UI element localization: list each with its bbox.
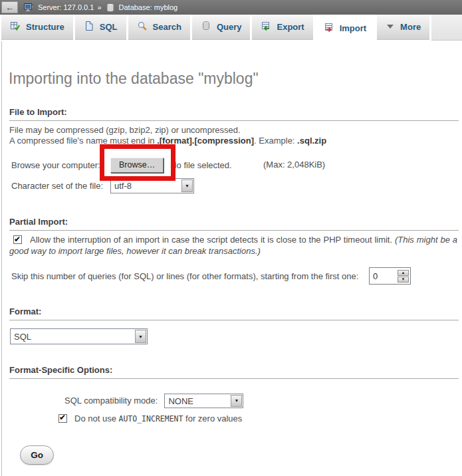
format-selected-value: SQL — [14, 332, 31, 342]
sql-compatibility-row: SQL compatibility mode: NONE — [64, 393, 243, 408]
breadcrumb-server-link[interactable]: Server: 127.0.0.1 — [38, 3, 94, 11]
tab-sql[interactable]: SQL — [75, 15, 126, 40]
example-extension: .sql.zip — [297, 136, 326, 146]
chevron-down-icon — [386, 22, 395, 32]
back-arrow-icon[interactable] — [1, 1, 18, 13]
go-button[interactable]: Go — [20, 445, 54, 465]
monitor-icon — [24, 3, 33, 12]
database-cylinder-icon — [106, 3, 114, 12]
section-heading-partial-import: Partial Import: — [9, 217, 459, 231]
section-heading-format: Format: — [9, 306, 459, 320]
compression-note: File may be compressed (gzip, bzip2, zip… — [9, 125, 326, 146]
skip-queries-stepper[interactable]: 0 — [369, 267, 411, 285]
tab-bar-filler — [431, 15, 462, 41]
tab-query[interactable]: Query — [192, 15, 251, 40]
stepper-buttons — [398, 270, 409, 283]
chevron-down-icon[interactable] — [135, 330, 146, 343]
page-title: Importing into the database "myblog" — [9, 70, 259, 88]
format-compression-pattern: .[format].[compression] — [157, 136, 254, 146]
tab-bar: Structure SQL Search Query Export Import — [0, 15, 462, 41]
tab-export[interactable]: Export — [252, 15, 312, 40]
search-icon — [137, 21, 148, 33]
triangle-up-icon[interactable] — [398, 270, 409, 276]
browse-label: Browse your computer: — [11, 160, 110, 170]
no-file-selected-text: No file selected. — [170, 160, 232, 170]
skip-queries-value[interactable]: 0 — [371, 271, 398, 281]
triangle-down-icon[interactable] — [398, 277, 409, 283]
sql-page-icon — [84, 21, 94, 33]
tab-search[interactable]: Search — [128, 15, 190, 40]
content-left-edge — [1, 41, 2, 476]
browse-row: Browse your computer: Browse… No file se… — [11, 157, 232, 173]
export-icon — [261, 21, 271, 33]
tab-label: Structure — [26, 22, 64, 32]
skip-queries-label: Skip this number of queries (for SQL) or… — [11, 271, 358, 281]
sql-compatibility-label: SQL compatibility mode: — [64, 396, 158, 406]
partial-import-option: Allow the interruption of an import in c… — [9, 234, 457, 257]
zero-values-row: Do not use AUTO_INCREMENT for zero value… — [58, 413, 242, 424]
tab-more[interactable]: More — [377, 15, 429, 40]
format-select[interactable]: SQL — [10, 328, 148, 344]
tab-import[interactable]: Import — [315, 15, 375, 41]
sql-compatibility-select[interactable]: NONE — [164, 394, 243, 408]
query-cylinder-icon — [201, 21, 211, 33]
tab-label: SQL — [100, 22, 118, 32]
breadcrumb: Server: 127.0.0.1 » Database: myblog — [23, 3, 177, 12]
compression-note-line1: File may be compressed (gzip, bzip2, zip… — [9, 125, 241, 135]
auto-increment-checkbox[interactable] — [58, 414, 67, 423]
sql-compatibility-selected-value: NONE — [168, 396, 193, 406]
section-heading-format-specific-options: Format-Specific Options: — [9, 365, 459, 379]
chevron-down-icon[interactable] — [231, 395, 242, 407]
charset-label: Character set of the file: — [11, 181, 110, 191]
compression-note-line2: A compressed file's name must end in — [9, 136, 157, 146]
charset-select[interactable]: utf-8 — [110, 178, 194, 193]
charset-row: Character set of the file: utf-8 — [11, 178, 194, 193]
section-heading-file-to-import: File to Import: — [9, 107, 459, 121]
tab-label: Export — [277, 22, 304, 32]
example-label: . Example: — [254, 136, 297, 146]
tab-structure[interactable]: Structure — [1, 15, 73, 40]
charset-selected-value: utf-8 — [114, 181, 132, 191]
breadcrumb-separator: » — [97, 3, 101, 11]
zero-suffix-text: for zero values — [183, 414, 242, 423]
browse-button[interactable]: Browse… — [110, 158, 164, 173]
breadcrumb-database-link[interactable]: Database: myblog — [119, 3, 178, 11]
breadcrumb-bar: Server: 127.0.0.1 » Database: myblog — [0, 0, 462, 15]
tab-label: Search — [153, 22, 181, 32]
structure-icon — [10, 21, 21, 33]
allow-interruption-label: Allow the interruption of an import in c… — [30, 235, 395, 245]
import-icon — [324, 22, 334, 35]
tab-label: More — [400, 22, 421, 32]
auto-increment-code: AUTO_INCREMENT — [119, 414, 183, 423]
tab-label: Query — [217, 22, 242, 32]
auto-increment-label: Do not use AUTO_INCREMENT for zero value… — [74, 414, 242, 423]
tab-label: Import — [340, 23, 366, 33]
zero-prefix-text: Do not use — [74, 414, 119, 423]
skip-queries-row: Skip this number of queries (for SQL) or… — [11, 267, 370, 285]
chevron-down-icon[interactable] — [181, 179, 193, 192]
max-upload-size-note: (Max: 2,048KiB) — [263, 160, 325, 170]
allow-interruption-checkbox[interactable] — [13, 235, 22, 244]
